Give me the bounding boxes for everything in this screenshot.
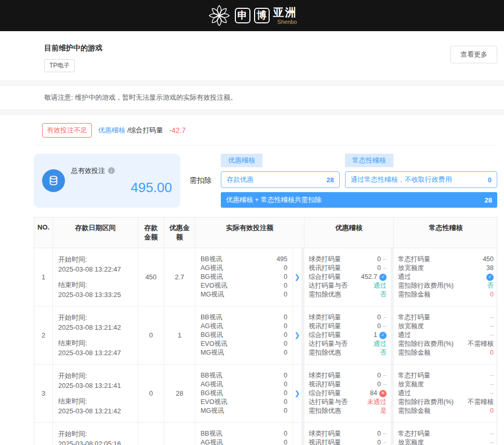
audit-item-value: 0 (377, 255, 381, 264)
view-more-button[interactable]: 查看更多 (450, 46, 497, 63)
audit-item-value: – (490, 322, 494, 331)
audit-item-value: 0 (490, 407, 494, 415)
bet-platform-row: BB视讯0 (201, 429, 287, 438)
audit-item-value: – (490, 331, 494, 340)
promo-audit-cell: 球类打码量0–视讯打码量0–综合打码量1✓达打码量与否通过需扣除优惠否 (304, 306, 391, 365)
table-row: 1开始时间:2025-03-08 13:22:47结束时间:2025-03-08… (34, 248, 497, 306)
bet-platform-label: BB视讯 (201, 429, 222, 438)
coins-icon (42, 169, 65, 192)
audit-item-value-wrap: 不需稽核 (468, 398, 494, 407)
deposit-date-range: 开始时间:2025-03-08 02:05:16结束时间:2025-03-08 … (53, 423, 138, 445)
chevron-right-icon[interactable]: ❯ (295, 273, 300, 281)
bet-platform-value: 0 (284, 340, 287, 348)
audit-item: 球类打码量0– (309, 313, 387, 322)
audit-item-value: 0 (490, 348, 494, 357)
audit-item-label: 视讯打码量 (309, 380, 341, 389)
bet-platform-value: 0 (284, 389, 287, 398)
audit-item-value-wrap: – (490, 380, 494, 389)
audit-item-value-wrap: – (490, 438, 494, 445)
bet-platform-label: AG视讯 (201, 322, 223, 331)
check-icon: ✓ (379, 332, 387, 339)
dash-icon: – (383, 255, 387, 264)
audit-item: 需扣除金额0 (398, 290, 494, 299)
bet-platform-row: MG视讯0 (201, 348, 287, 357)
cross-icon: ✕ (379, 390, 387, 397)
audit-item-value: 0 (377, 380, 381, 389)
bet-platform-row: MG视讯0 (201, 290, 287, 299)
normal-audit-cell: 常态打码量450放宽额度38通过✓需扣除行政费用(%)否需扣除金额0 (394, 248, 498, 306)
audit-item: 需扣除金额0 (398, 407, 494, 415)
bet-platform-row: BB视讯0 (201, 313, 287, 322)
logo-char-2: 博 (254, 8, 270, 23)
audit-item: 视讯打码量0– (309, 264, 387, 273)
audit-item-value-wrap: 否 (380, 348, 387, 357)
audit-item-value-wrap: 否 (380, 290, 387, 299)
total-deduction-value: 28 (485, 196, 492, 204)
deduction-label: 需扣除 (188, 176, 214, 185)
audit-item: 常态打码量– (398, 313, 494, 322)
tab-normal-audit[interactable]: 常态性稽核 (345, 154, 393, 167)
bet-platform-row: BG视讯0 (201, 273, 287, 281)
end-time-value: 2025-03-08 13:22:47 (58, 348, 134, 358)
audit-item: 通过– (398, 389, 494, 398)
chevron-right-icon[interactable]: ❯ (295, 389, 300, 397)
audit-item: 达打码量与否未通过 (309, 398, 387, 407)
bet-platform-value: 0 (284, 313, 287, 322)
dash-icon: – (383, 313, 387, 322)
dash-icon: – (383, 380, 387, 389)
audit-item-value: 1 (374, 331, 377, 340)
tab-promo-audit[interactable]: 优惠稽核 (221, 154, 262, 167)
header-normal-audit: 常态性稽核 (394, 218, 498, 248)
logo-english-text: Shenbo (277, 19, 297, 25)
audit-item-value: – (490, 313, 494, 322)
start-time-value: 2025-03-08 02:05:16 (58, 439, 134, 445)
actual-valid-bets: BB视讯495AG视讯0BG视讯0EVO视讯0MG视讯0 (195, 248, 293, 306)
header-date-range: 存款日期区间 (53, 218, 138, 248)
audit-item-value-wrap: ✓ (486, 274, 494, 281)
audit-item-value-wrap: 0– (377, 264, 387, 273)
bet-platform-row: BB视讯0 (201, 371, 287, 380)
audit-item-value: 通过 (374, 281, 387, 290)
audit-item-value: – (490, 429, 494, 438)
audit-item-value: – (490, 380, 494, 389)
spacer (58, 391, 134, 396)
table-row: 4开始时间:2025-03-08 02:05:16结束时间:2025-03-08… (34, 423, 497, 445)
bet-platform-label: MG视讯 (201, 407, 224, 415)
total-valid-bets-label: 总有效投注 (71, 166, 105, 176)
normal-audit-cell: 常态打码量–放宽额度–通过–需扣除行政费用(%)不需稽核需扣除金额0 (394, 365, 498, 423)
section-divider (0, 110, 504, 115)
audit-item-label: 球类打码量 (309, 313, 341, 322)
audit-item-value: 0 (377, 264, 381, 273)
audit-item: 常态打码量450 (398, 255, 494, 264)
audit-item-value: 0 (377, 429, 381, 438)
promo-audit-link[interactable]: 优惠稽核 (98, 126, 125, 135)
row-number: 4 (34, 423, 53, 445)
bet-platform-label: BB视讯 (201, 313, 222, 322)
audit-item: 视讯打码量0– (309, 438, 387, 445)
maintenance-section: 目前维护中的游戏 TP电子 查看更多 (34, 31, 497, 80)
promo-deduction-box: 存款优惠 28 (221, 171, 340, 188)
chevron-right-icon[interactable]: ❯ (295, 331, 300, 339)
expand-cell: ❯ (293, 306, 301, 365)
audit-item-label: 球类打码量 (309, 255, 341, 264)
dash-icon: – (383, 429, 387, 438)
audit-item-value: 0 (490, 290, 494, 299)
audit-item: 放宽额度– (398, 438, 494, 445)
total-valid-bets-card: 总有效投注 i 495.00 (34, 154, 180, 208)
totals-panel: 总有效投注 i 495.00 需扣除 优惠稽核 常态性稽核 存款优惠 28 通过… (34, 145, 497, 217)
audit-item-label: 视讯打码量 (309, 438, 341, 445)
check-icon: ✓ (486, 274, 494, 281)
audit-item-value: – (490, 389, 494, 398)
spacer (58, 333, 134, 338)
deposit-date-range: 开始时间:2025-03-08 13:22:47结束时间:2025-03-08 … (53, 248, 138, 306)
audit-item-value: 0 (377, 371, 381, 380)
header-no: NO. (34, 218, 53, 248)
audit-item-label: 放宽额度 (398, 264, 424, 273)
audit-item-label: 球类打码量 (309, 429, 341, 438)
bet-platform-row: MG视讯0 (201, 407, 287, 415)
audit-item-value: 否 (487, 281, 494, 290)
audit-item-value: 0 (377, 438, 381, 445)
deduction-detail-column: 优惠稽核 常态性稽核 存款优惠 28 通过常态性稽核，不收取行政费用 0 优惠稽… (221, 154, 497, 208)
info-icon[interactable]: i (108, 167, 115, 174)
end-time-label: 结束时间: (58, 396, 134, 407)
